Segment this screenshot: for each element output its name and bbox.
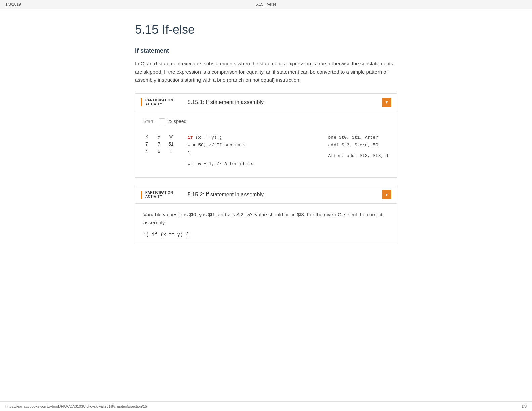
activity2-code-question: 1) if (x == y) { [143, 232, 389, 237]
activity2-body-text: Variable values: x is $t0, y is $t1, and… [143, 211, 389, 227]
collapse-button-2[interactable]: ▼ [382, 190, 391, 199]
participation-label-text-1-line2: ACTIVITY [145, 102, 181, 106]
code-line-3: } [188, 149, 315, 157]
speed-label-1: 2x speed [168, 119, 187, 124]
participation-label-2: PARTICIPATION ACTIVITY [141, 191, 181, 199]
code-line-2: w = 50; // If substmts [188, 141, 315, 149]
code-keyword-if: if [188, 135, 193, 140]
assembly-line-3: After: addi $t3, $t3, 1 [328, 152, 389, 160]
collapse-icon-2: ▼ [385, 192, 389, 197]
participation-title-2: 5.15.2: If statement in assembly. [188, 192, 382, 198]
start-label-1: Start [143, 119, 153, 124]
participation-body-1: Start 2x speed x y w 7 [135, 111, 397, 177]
var-header-x: x [143, 134, 150, 139]
participation-label-text-2-line1: PARTICIPATION [145, 191, 181, 195]
collapse-icon-1: ▼ [385, 100, 389, 105]
assembly-line-1: bne $t0, $t1, After [328, 134, 389, 141]
var-y-1: 7 [156, 140, 162, 148]
code-line-1: if (x == y) { [188, 134, 315, 141]
body-text-before-keyword: In C, an [135, 61, 154, 66]
var-header-1: x y w [143, 134, 174, 139]
subsection-title: If statement [135, 47, 397, 54]
animation-controls-1: Start 2x speed [143, 118, 389, 124]
variables-section-1: x y w 7 7 51 4 6 1 [143, 134, 174, 155]
participation-card-1: PARTICIPATION ACTIVITY 5.15.1: If statem… [135, 93, 397, 178]
main-content: 5.15 If-else If statement In C, an if st… [115, 9, 417, 273]
assembly-section-1: bne $t0, $t1, After addi $t3, $zero, 50 … [328, 134, 389, 160]
speed-checkbox-1[interactable] [159, 118, 165, 124]
participation-body-2: Variable values: x is $t0, y is $t1, and… [135, 204, 397, 244]
participation-card-2: PARTICIPATION ACTIVITY 5.15.2: If statem… [135, 186, 397, 244]
participation-header-2: PARTICIPATION ACTIVITY 5.15.2: If statem… [135, 186, 397, 204]
animation-area-1: x y w 7 7 51 4 6 1 [143, 131, 389, 171]
participation-header-1: PARTICIPATION ACTIVITY 5.15.1: If statem… [135, 94, 397, 111]
browser-tab-title: 5.15. If-else [256, 2, 277, 7]
participation-label-text-2-line2: ACTIVITY [145, 195, 181, 199]
var-w-1: 51 [168, 140, 174, 148]
var-header-w: w [168, 134, 174, 139]
assembly-line-2: addi $t3, $zero, 50 [328, 141, 389, 149]
body-paragraph: In C, an if statement executes substatem… [135, 60, 397, 84]
browser-date: 1/3/2019 [5, 2, 21, 7]
var-x-2: 4 [143, 148, 150, 155]
var-y-2: 6 [156, 148, 162, 155]
body-keyword: if [154, 61, 157, 66]
browser-bar: 1/3/2019 5.15. If-else [0, 0, 532, 9]
section-title: 5.15 If-else [135, 22, 397, 37]
participation-title-1: 5.15.1: If statement in assembly. [188, 99, 382, 105]
collapse-button-1[interactable]: ▼ [382, 98, 391, 107]
body-text-after-keyword: statement executes substatements when th… [135, 61, 393, 83]
var-row-2: 4 6 1 [143, 148, 174, 155]
participation-label-text-1-line1: PARTICIPATION [145, 98, 181, 102]
var-row-1: 7 7 51 [143, 140, 174, 148]
code-section-1: if (x == y) { w = 50; // If substmts } w… [188, 134, 315, 168]
var-x-1: 7 [143, 140, 150, 148]
var-header-y: y [156, 134, 162, 139]
participation-label-1: PARTICIPATION ACTIVITY [141, 98, 181, 106]
code-line1-rest: (x == y) { [193, 135, 222, 140]
code-line-4: w = w + 1; // After stmts [188, 160, 315, 168]
var-w-2: 1 [168, 148, 174, 155]
